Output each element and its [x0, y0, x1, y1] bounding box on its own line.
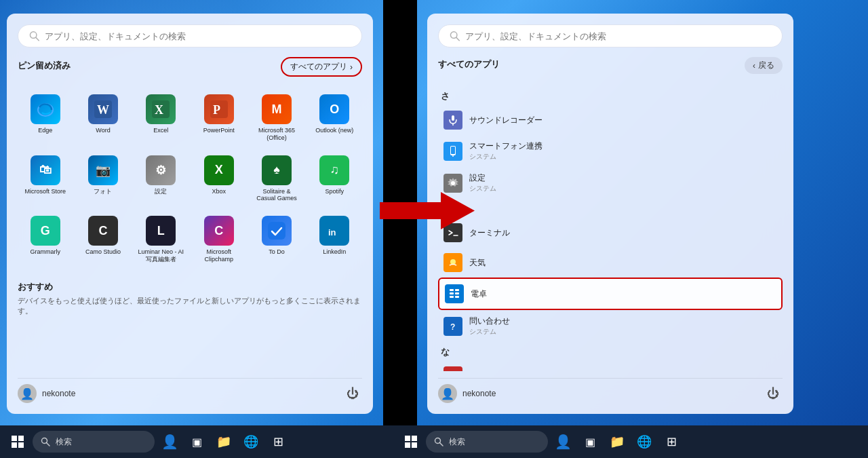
arrow-container — [373, 190, 481, 231]
app-list-icon-news — [443, 366, 462, 371]
app-list-item-phone[interactable]: スマートフォン連携システム — [438, 135, 783, 167]
app-list-name-phone: スマートフォン連携 — [469, 140, 542, 152]
app-icon-clipchamp[interactable]: CMicrosoft Clipchamp — [191, 210, 246, 269]
app-icon-store[interactable]: 🛍Microsoft Store — [18, 150, 73, 208]
app-icon-graphic-powerpoint: P — [204, 94, 234, 124]
app-list-item-weather[interactable]: 天気 — [438, 248, 783, 278]
app-icon-graphic-camo: C — [88, 216, 118, 246]
app-icon-graphic-spotify: ♫ — [319, 155, 349, 185]
app-label-spotify: Spotify — [326, 188, 344, 195]
svg-rect-10 — [268, 222, 285, 240]
svg-text:W: W — [97, 103, 109, 117]
app-icon-m365[interactable]: MMicrosoft 365 (Office) — [249, 89, 304, 147]
app-icon-grammarly[interactable]: GGrammarly — [18, 210, 73, 269]
taskbar-avatar-left[interactable]: 👤 — [157, 430, 182, 454]
svg-line-2 — [36, 37, 39, 40]
taskbar-search-right[interactable]: 検索 — [426, 431, 548, 453]
app-list-item-terminal[interactable]: ターミナル — [438, 218, 783, 248]
app-label-edge: Edge — [38, 127, 52, 134]
taskbar-windows-icon-left[interactable] — [5, 430, 30, 454]
left-search-bar[interactable] — [18, 24, 362, 47]
all-apps-arrow: › — [350, 62, 353, 72]
app-icon-xbox[interactable]: XXbox — [191, 150, 246, 208]
taskbar-left: 検索 👤 ▣ 📁 🌐 ⊞ — [0, 430, 393, 454]
left-search-input[interactable] — [45, 31, 351, 41]
all-apps-button[interactable]: すべてのアプリ › — [281, 57, 362, 77]
app-icon-excel[interactable]: XExcel — [134, 89, 189, 147]
back-label: 戻る — [758, 60, 774, 71]
app-icon-luminar[interactable]: LLuminar Neo - AI 写真編集者 — [134, 210, 189, 269]
app-list-item-settings2[interactable]: 設定システム — [438, 167, 783, 199]
app-icon-powerpoint[interactable]: PPowerPoint — [191, 89, 246, 147]
right-power-button[interactable]: ⏻ — [764, 384, 783, 403]
apps-list: さサウンドレコーダースマートフォン連携システム設定システムたターミナル天気電卓?… — [438, 86, 783, 371]
svg-text:?: ? — [450, 322, 455, 332]
app-icon-graphic-settings: ⚙ — [146, 155, 176, 185]
app-icon-spotify[interactable]: ♫Spotify — [307, 150, 362, 208]
app-list-name-calc: 電卓 — [471, 288, 487, 300]
back-button[interactable]: ‹ 戻る — [745, 57, 783, 74]
app-icon-graphic-store: 🛍 — [31, 155, 60, 185]
svg-rect-32 — [455, 292, 459, 294]
svg-rect-20 — [451, 147, 455, 154]
app-label-clipchamp: Microsoft Clipchamp — [204, 248, 233, 263]
svg-rect-50 — [405, 436, 410, 441]
taskbar-edge-right[interactable]: 🌐 — [632, 430, 656, 454]
svg-line-14 — [456, 37, 459, 40]
taskbar-task-view-left[interactable]: ▣ — [184, 430, 209, 454]
svg-text:in: in — [328, 227, 336, 237]
svg-rect-53 — [412, 442, 417, 448]
app-list-item-calc[interactable]: 電卓 — [438, 278, 783, 310]
app-icon-camo[interactable]: CCamo Studio — [75, 210, 130, 269]
taskbar-edge-left[interactable]: 🌐 — [239, 430, 263, 454]
app-list-item-news[interactable]: ニュース — [438, 361, 783, 371]
taskbar-explorer-left[interactable]: 📁 — [212, 430, 236, 454]
taskbar-search-text-left: 検索 — [56, 436, 72, 448]
right-search-bar[interactable] — [438, 24, 783, 47]
app-list-text-phone: スマートフォン連携システム — [469, 140, 542, 161]
app-label-photos: フォト — [94, 188, 112, 195]
app-icon-outlook[interactable]: OOutlook (new) — [307, 89, 362, 147]
svg-rect-29 — [450, 289, 454, 291]
app-list-icon-phone — [443, 142, 462, 161]
app-icon-graphic-xbox: X — [204, 155, 234, 185]
app-icon-settings[interactable]: ⚙設定 — [134, 150, 189, 208]
taskbar-right: 検索 👤 ▣ 📁 🌐 ⊞ — [393, 430, 834, 454]
app-label-m365: Microsoft 365 (Office) — [258, 127, 295, 142]
alpha-header-た: た — [438, 199, 783, 218]
app-icon-photos[interactable]: 📷フォト — [75, 150, 130, 208]
left-power-button[interactable]: ⏻ — [343, 384, 362, 403]
svg-rect-47 — [18, 442, 24, 448]
app-icon-linkedin[interactable]: inLinkedIn — [307, 210, 362, 269]
svg-rect-46 — [12, 442, 17, 448]
right-all-apps-label: すべてのアプリ — [438, 58, 500, 71]
app-label-word: Word — [96, 127, 110, 134]
all-apps-header: すべてのアプリ ‹ 戻る — [438, 57, 783, 74]
app-label-todo: To Do — [269, 248, 285, 256]
taskbar-search-left[interactable]: 検索 — [33, 431, 155, 453]
taskbar-store-right[interactable]: ⊞ — [659, 430, 684, 454]
taskbar-explorer-right[interactable]: 📁 — [605, 430, 629, 454]
app-list-icon-sound — [443, 111, 462, 130]
app-label-powerpoint: PowerPoint — [203, 127, 235, 134]
app-icon-solitaire[interactable]: ♠Solitaire & Casual Games — [249, 150, 304, 208]
app-icon-word[interactable]: WWord — [75, 89, 130, 147]
right-panel-footer: 👤 nekonote ⏻ — [438, 378, 783, 403]
taskbar-store-left[interactable]: ⊞ — [266, 430, 290, 454]
right-search-input[interactable] — [465, 31, 771, 41]
app-list-item-help[interactable]: ?問い合わせシステム — [438, 310, 783, 342]
right-user-info[interactable]: 👤 nekonote — [438, 384, 496, 403]
svg-rect-34 — [455, 296, 459, 298]
svg-rect-30 — [455, 289, 459, 291]
left-user-info[interactable]: 👤 nekonote — [18, 384, 75, 403]
taskbar-avatar-right[interactable]: 👤 — [551, 430, 575, 454]
app-icon-edge[interactable]: Edge — [18, 89, 73, 147]
taskbar-windows-icon-right[interactable] — [399, 430, 423, 454]
app-list-item-sound[interactable]: サウンドレコーダー — [438, 105, 783, 135]
left-user-avatar: 👤 — [18, 384, 37, 403]
app-icon-todo[interactable]: To Do — [249, 210, 304, 269]
taskbar-task-view-right[interactable]: ▣ — [578, 430, 602, 454]
app-icon-graphic-todo — [262, 216, 292, 246]
left-search-icon — [29, 31, 39, 41]
app-list-sub-phone: システム — [469, 152, 542, 161]
